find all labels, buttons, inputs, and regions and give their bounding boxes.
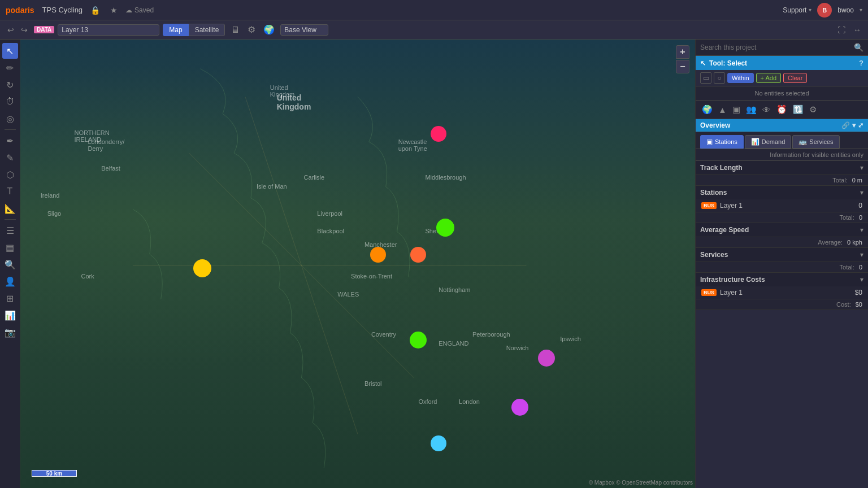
star-icon[interactable]: ★	[108, 5, 120, 16]
clock-tool-icon[interactable]: ⏰	[775, 103, 789, 116]
tab-stations[interactable]: ▣ Stations	[700, 135, 744, 149]
triangle-tool-icon[interactable]: ▲	[717, 104, 728, 116]
group-tool-icon[interactable]: 👥	[744, 103, 758, 116]
camera-tool[interactable]: 📷	[2, 324, 18, 340]
fullscreen-icon[interactable]: ⛶	[835, 24, 848, 36]
infra-costs-collapse-icon[interactable]: ▾	[860, 276, 863, 284]
layers-tool[interactable]: ⊞	[2, 290, 18, 306]
left-sidebar: ↖ ✏ ↻ ⏱ ◎ ✒ ✎ ⬡ T 📐 ☰ ▤ 🔍 👤 ⊞ 📊 📷	[0, 40, 20, 488]
tool-name-label: Tool: Select	[709, 59, 856, 67]
user-tool[interactable]: 👤	[2, 273, 18, 289]
average-speed-title: Average Speed	[700, 226, 858, 234]
services-title: Services	[700, 251, 858, 259]
lock-icon[interactable]: 🔒	[88, 5, 102, 16]
marker-magenta2[interactable]	[511, 399, 528, 416]
services-collapse-icon[interactable]: ▾	[860, 251, 863, 259]
location-tool[interactable]: ◎	[2, 111, 18, 127]
scale-bar: 50 km	[32, 470, 77, 477]
search-input[interactable]	[700, 43, 850, 51]
infra-cost-value: $0	[856, 301, 862, 308]
zoom-tool[interactable]: 🔍	[2, 256, 18, 272]
select-tool-icon: ↖	[700, 59, 706, 67]
saved-status: ☁ Saved	[125, 6, 154, 14]
within-button[interactable]: Within	[727, 73, 754, 83]
user-name[interactable]: bwoo	[837, 6, 854, 14]
services-header[interactable]: Services ▾	[696, 248, 868, 262]
right-panel: 🔍 ↖ Tool: Select ? ▭ ○ Within + Add Clea…	[695, 40, 868, 488]
marker-magenta1[interactable]	[538, 350, 555, 367]
demand-tab-label: Demand	[762, 138, 785, 145]
globe-tool-icon[interactable]: 🌍	[700, 103, 714, 116]
shape-tool[interactable]: ⬡	[2, 167, 18, 182]
overview-collapse-icon[interactable]: ▾	[852, 121, 856, 129]
demand-tab-icon: 📊	[751, 138, 760, 146]
list-tool[interactable]: ☰	[2, 223, 18, 238]
tab-services[interactable]: 🚌 Services	[792, 135, 839, 149]
scale-label: 50 km	[46, 470, 62, 477]
gear-tool-icon[interactable]: ⚙	[808, 103, 818, 116]
tab-demand[interactable]: 📊 Demand	[745, 135, 792, 149]
user-dropdown-arrow[interactable]: ▾	[860, 7, 862, 13]
marker-green2[interactable]	[410, 332, 427, 348]
settings-icon[interactable]: ⚙	[245, 23, 258, 36]
track-length-collapse-icon[interactable]: ▾	[860, 164, 863, 172]
table-tool[interactable]: ▤	[2, 239, 18, 255]
track-length-header[interactable]: Track Length ▾	[696, 161, 868, 175]
globe-icon[interactable]: 🌍	[261, 23, 277, 36]
stations-section: Stations ▾ BUS Layer 1 0 Total: 0	[696, 186, 868, 223]
select-tool[interactable]: ↖	[2, 43, 18, 59]
redo-button[interactable]: ↪	[18, 24, 31, 36]
zoom-in-button[interactable]: +	[676, 45, 689, 59]
map-button[interactable]: Map	[163, 24, 188, 36]
arrows-icon[interactable]: ↔	[851, 24, 863, 36]
map-type-group: Map Satellite	[163, 24, 225, 36]
refresh-tool-icon[interactable]: 🔃	[791, 103, 805, 116]
rect-select-icon[interactable]: ▭	[700, 72, 711, 84]
eye-tool-icon[interactable]: 👁	[761, 104, 772, 116]
average-speed-collapse-icon[interactable]: ▾	[860, 226, 863, 234]
display-icon[interactable]: 🖥	[228, 24, 242, 36]
satellite-button[interactable]: Satellite	[189, 24, 225, 36]
stations-header[interactable]: Stations ▾	[696, 186, 868, 199]
marker-orange1[interactable]	[370, 247, 386, 263]
clear-button[interactable]: Clear	[783, 73, 807, 83]
user-avatar[interactable]: B	[817, 3, 832, 18]
scale-line: 50 km	[32, 470, 77, 477]
marker-orange2[interactable]	[410, 247, 426, 263]
stations-title: Stations	[700, 189, 858, 197]
overview-external-icon[interactable]: ⤢	[858, 121, 863, 129]
help-icon[interactable]: ?	[859, 59, 863, 67]
zoom-controls: + −	[676, 45, 689, 73]
view-selector[interactable]: Base View	[280, 24, 328, 36]
time-tool[interactable]: ⏱	[2, 94, 18, 110]
grid-tool-icon[interactable]: ▣	[731, 103, 742, 116]
chart-tool[interactable]: 📊	[2, 307, 18, 323]
marker-cyan[interactable]	[431, 435, 446, 451]
rotate-tool[interactable]: ↻	[2, 77, 18, 93]
support-button[interactable]: Support ▾	[783, 6, 811, 14]
undo-button[interactable]: ↩	[5, 24, 17, 36]
average-speed-header[interactable]: Average Speed ▾	[696, 223, 868, 237]
services-total-label: Total:	[840, 264, 854, 271]
overview-link-icon[interactable]: 🔗	[841, 121, 850, 129]
measure-tool[interactable]: 📐	[2, 201, 18, 216]
pen-tool[interactable]: ✒	[2, 133, 18, 149]
map-area[interactable]: Londonderry/Derry Belfast NORTHERNIRELAN…	[20, 40, 695, 488]
pencil-tool[interactable]: ✎	[2, 150, 18, 165]
layer-selector[interactable]: Layer 13	[58, 24, 159, 36]
services-total-row: Total: 0	[696, 262, 868, 272]
marker-pink[interactable]	[431, 126, 446, 142]
track-length-section: Track Length ▾ Total: 0 m	[696, 161, 868, 186]
stations-collapse-icon[interactable]: ▾	[860, 189, 863, 197]
edit-tool[interactable]: ✏	[2, 60, 18, 76]
add-button[interactable]: + Add	[756, 73, 781, 83]
search-icon[interactable]: 🔍	[854, 43, 863, 52]
marker-yellow[interactable]	[193, 259, 211, 277]
cloud-icon: ☁	[125, 6, 132, 14]
infra-costs-header[interactable]: Infrastructure Costs ▾	[696, 273, 868, 286]
circle-select-icon[interactable]: ○	[714, 72, 725, 84]
project-name[interactable]: TPS Cycling	[42, 6, 83, 14]
marker-green1[interactable]	[436, 219, 454, 237]
text-tool[interactable]: T	[2, 184, 18, 199]
zoom-out-button[interactable]: −	[676, 60, 689, 73]
